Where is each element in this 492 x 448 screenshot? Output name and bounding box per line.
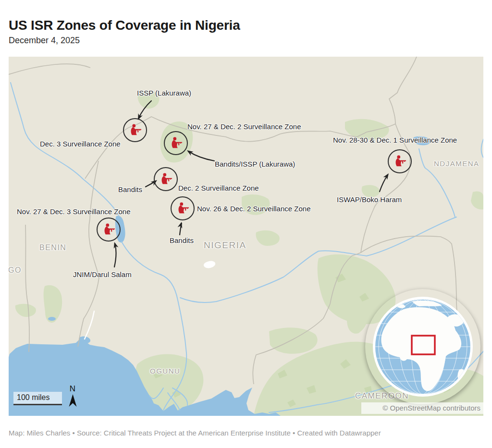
zone-label-issp-lakurawa: ISSP (Lakurawa) (137, 89, 191, 97)
zone-label-dec3-zone: Dec. 3 Surveillance Zone (40, 140, 121, 148)
zone-label-bandits-2: Bandits (170, 236, 194, 244)
north-label: N (65, 384, 80, 394)
scale-bar-line (13, 404, 62, 405)
footer-credit: Map: Miles Charles • Source: Critical Th… (9, 429, 381, 437)
locator-globe-inset (365, 289, 480, 404)
scale-bar-label: 100 miles (17, 393, 49, 402)
osm-attribution[interactable]: © OpenStreetMap contributors (361, 402, 483, 414)
north-indicator: N (65, 384, 80, 407)
zone-label-bandits-1: Bandits (118, 185, 142, 194)
page-subtitle: December 4, 2025 (9, 36, 80, 46)
north-arrow-icon (69, 394, 77, 407)
zone-label-nov26-dec2-zone: Nov. 26 & Dec. 2 Surveillance Zone (197, 205, 311, 213)
zone-label-nov2830-dec1-zone: Nov. 28-30 & Dec. 1 Surveillance Zone (333, 136, 457, 144)
globe-icon (365, 289, 480, 404)
map-canvas: BENINTOGONIGERIAOGUNUNDJAMENACAMEROON IS… (9, 57, 483, 416)
zone-label-iswap-boko-haram: ISWAP/Boko Haram (337, 195, 402, 204)
zone-label-nov27-dec2-zone: Nov. 27 & Dec. 2 Surveillance Zone (187, 122, 301, 131)
zone-label-jnim-darul-salam: JNIM/Darul Salam (73, 270, 132, 278)
page-title: US ISR Zones of Coverage in Nigeria (9, 18, 240, 33)
scale-bar: 100 miles (13, 392, 62, 405)
zone-label-nov27-dec3-zone: Nov. 27 & Dec. 3 Surveillance Zone (17, 207, 131, 216)
zone-label-bandits-issp-lakurawa: Bandits/ISSP (Lakurawa) (215, 160, 295, 168)
zone-label-dec2-zone: Dec. 2 Surveillance Zone (178, 184, 259, 192)
